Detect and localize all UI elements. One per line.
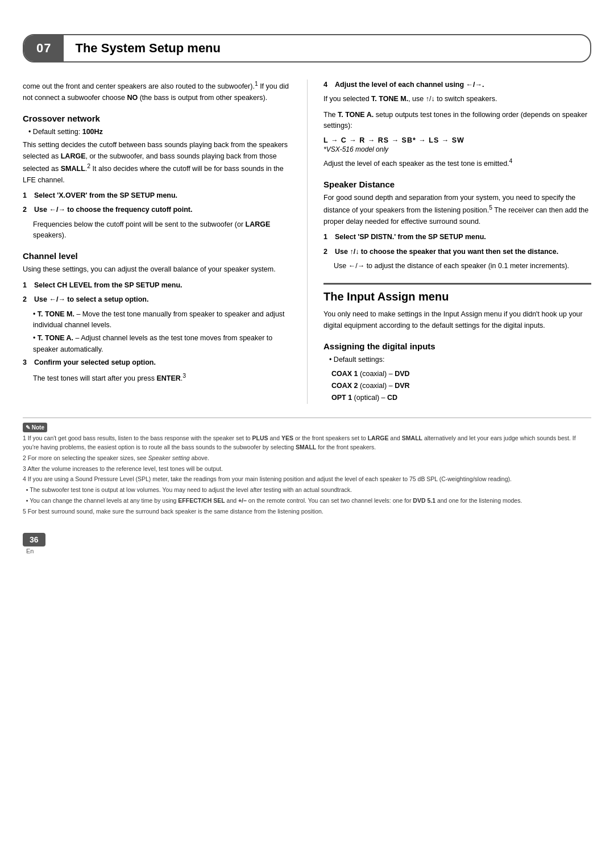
chapter-header: 07 The System Setup menu [23, 34, 591, 62]
footnote-3: 3 After the volume increases to the refe… [23, 465, 591, 474]
input-assign-heading: The Input Assign menu [323, 290, 591, 303]
chapter-number: 07 [24, 35, 64, 61]
page-number: 36 [23, 533, 45, 546]
channel-heading: Channel level [23, 251, 291, 261]
sp-dist-step1: 1 Select 'SP DISTN.' from the SP SETUP m… [323, 232, 591, 243]
intro-paragraph: come out the front and center speakers a… [23, 80, 291, 103]
step4-text2: The T. TONE A. setup outputs test tones … [323, 110, 591, 132]
note-header: ✎ Note [23, 423, 591, 432]
crossover-step2-sub: Frequencies below the cutoff point will … [33, 219, 291, 241]
footnote-4: 4 If you are using a Sound Pressure Leve… [23, 475, 591, 484]
channel-step2: 2 Use ←/→ to select a setup option. [23, 294, 291, 305]
content-area: come out the front and center speakers a… [0, 80, 614, 404]
crossover-description: This setting decides the cutoff between … [23, 140, 291, 186]
adjust-step4: 4 Adjust the level of each channel using… [323, 80, 591, 90]
channel-step1: 1 Select CH LEVEL from the SP SETUP menu… [23, 280, 291, 291]
sp-dist-step2: 2 Use ↑/↓ to choose the speaker that you… [323, 247, 591, 257]
sp-dist-step2-sub: Use ←/→ to adjust the distance of each s… [334, 261, 591, 272]
adjust-text: Adjust the level of each speaker as the … [323, 157, 591, 170]
footnote-1: 1 If you can't get good bass results, li… [23, 434, 591, 452]
digital-inputs-heading: Assigning the digital inputs [323, 341, 591, 351]
left-column: come out the front and center speakers a… [23, 80, 307, 404]
right-column: 4 Adjust the level of each channel using… [307, 80, 591, 404]
page-lang: En [26, 548, 614, 554]
page: 07 The System Setup menu come out the fr… [0, 0, 614, 868]
page-number-area: 36 En [0, 525, 614, 554]
channel-description: Using these settings, you can adjust the… [23, 264, 291, 275]
speaker-distance-heading: Speaker Distance [323, 180, 591, 189]
note-icon: ✎ Note [23, 423, 47, 432]
channel-sub1: T. TONE M. – Move the test tone manually… [33, 309, 291, 331]
footer-notes: ✎ Note 1 If you can't get good bass resu… [23, 418, 591, 516]
channel-step3: 3 Confirm your selected setup option. [23, 357, 291, 368]
crossover-default: Default setting: 100Hz [28, 127, 291, 137]
digital-defaults-label: Default settings: [329, 354, 591, 365]
input-assign-description: You only need to make settings in the In… [323, 309, 591, 331]
coax1-line: COAX 1 (coaxial) – DVD [331, 368, 591, 380]
footnote-4a: • The subwoofer test tone is output at l… [23, 486, 591, 495]
channel-step3-sub: The test tones will start after you pres… [33, 372, 291, 385]
chapter-title: The System Setup menu [64, 35, 232, 61]
footnote-4b: • You can change the channel levels at a… [23, 496, 591, 506]
section-divider [323, 283, 591, 285]
opt1-line: OPT 1 (optical) – CD [331, 392, 591, 404]
footnote-2: 2 For more on selecting the speaker size… [23, 454, 591, 463]
coax2-line: COAX 2 (coaxial) – DVR [331, 380, 591, 392]
asterisk-note: *VSX-516 model only [323, 145, 591, 153]
channel-sub2: T. TONE A. – Adjust channel levels as th… [33, 333, 291, 355]
crossover-step1: 1 Select 'X.OVER' from the SP SETUP menu… [23, 190, 291, 201]
crossover-heading: Crossover network [23, 114, 291, 123]
crossover-step2: 2 Use ←/→ to choose the frequency cutoff… [23, 205, 291, 215]
speaker-distance-description: For good sound depth and separation from… [323, 193, 591, 227]
default-settings: COAX 1 (coaxial) – DVD COAX 2 (coaxial) … [329, 368, 591, 404]
channel-sequence: L → C → R → RS → SB* → LS → SW [323, 136, 591, 144]
step4-text1: If you selected T. TONE M., use ↑/↓ to s… [323, 94, 591, 105]
footnote-5: 5 For best surround sound, make sure the… [23, 507, 591, 516]
